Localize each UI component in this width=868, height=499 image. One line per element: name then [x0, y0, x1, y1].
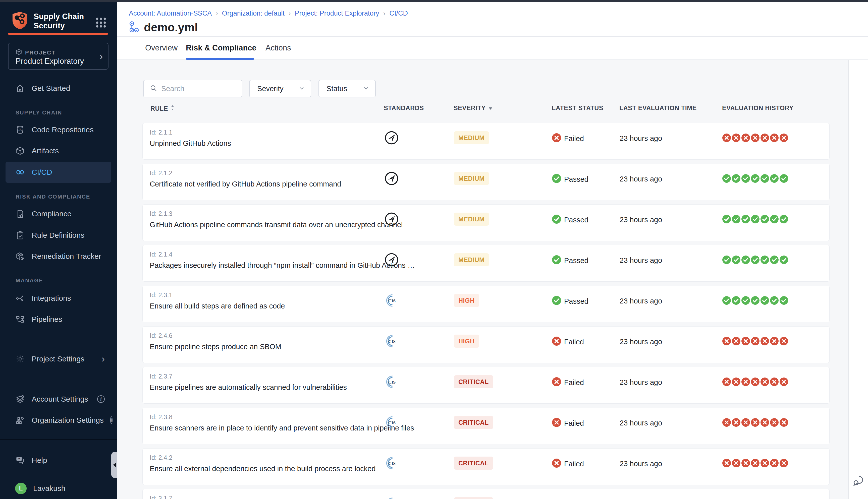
project-name: Product Exploratory: [15, 57, 84, 66]
sort-desc-icon: [488, 105, 493, 112]
history-fail-icon: [732, 378, 740, 387]
sidebar-item-code-repositories[interactable]: </> Code Repositories: [5, 119, 111, 140]
chat-bubbles-icon[interactable]: [852, 474, 865, 487]
table-row[interactable]: Id: 2.4.6 Ensure pipeline steps produce …: [142, 326, 830, 363]
org-hierarchy-gear-icon: [15, 415, 25, 425]
collapse-arrow-icon: [113, 463, 116, 467]
latest-status: Passed: [552, 255, 589, 266]
column-header-severity[interactable]: SEVERITY: [454, 105, 493, 112]
tab-risk-and-compliance[interactable]: Risk & Compliance: [186, 37, 256, 59]
history-pass-icon: [742, 215, 750, 224]
status-icon: [552, 215, 561, 226]
evaluation-history: [722, 418, 788, 428]
sidebar: Supply Chain Security PROJECT Product Ex…: [0, 2, 117, 499]
svg-text:CIS: CIS: [388, 298, 396, 303]
table-row[interactable]: Id: 2.3.1 Ensure all build steps are def…: [142, 285, 830, 322]
history-fail-icon: [780, 134, 788, 143]
evaluation-history: [722, 215, 788, 224]
sidebar-item-get-started[interactable]: Get Started: [5, 78, 111, 99]
sidebar-bottom-dock: ? Help L Lavakush: [0, 439, 117, 499]
sidebar-item-label: Code Repositories: [32, 125, 94, 134]
history-fail-icon: [760, 418, 769, 428]
severity-badge: CRITICAL: [454, 457, 493, 470]
status-icon: [552, 296, 561, 307]
rule-id: Id: 2.3.7: [150, 373, 172, 380]
sidebar-item-organization-settings[interactable]: Organization Settings i: [5, 410, 111, 431]
right-rail: [848, 60, 868, 499]
tab-overview[interactable]: Overview: [145, 37, 178, 59]
history-fail-icon: [780, 459, 788, 468]
history-fail-icon: [770, 459, 779, 468]
table-row[interactable]: Id: 3.1.7 CIS CRITICAL Failed 23 hours a…: [142, 489, 830, 499]
latest-status: Failed: [552, 337, 584, 348]
tab-actions[interactable]: Actions: [265, 37, 291, 59]
rule-id: Id: 2.4.2: [150, 454, 172, 461]
owasp-standard-icon: [385, 212, 399, 226]
sidebar-item-remediation-tracker[interactable]: Remediation Tracker: [5, 246, 111, 267]
latest-status: Passed: [552, 296, 589, 307]
evaluation-history: [722, 256, 788, 265]
info-icon[interactable]: i: [97, 395, 105, 403]
module-grid-icon[interactable]: [94, 16, 108, 30]
cis-standard-icon: CIS: [385, 334, 399, 348]
rule-name: Ensure all external dependencies used in…: [150, 465, 376, 473]
table-row[interactable]: Id: 2.1.1 Unpinned GitHub Actions MEDIUM…: [142, 123, 830, 160]
project-selector[interactable]: PROJECT Product Exploratory ›: [8, 43, 108, 70]
rule-id: Id: 2.1.3: [150, 210, 172, 217]
sidebar-item-compliance[interactable]: Compliance: [5, 203, 111, 224]
column-header-latest-status: LATEST STATUS: [552, 105, 603, 112]
table-row[interactable]: Id: 2.1.3 GitHub Actions pipeline comman…: [142, 204, 830, 241]
pipeline-icon: [128, 20, 141, 35]
shield-logo-icon: [11, 11, 29, 31]
rule-name: GitHub Actions pipeline commands transmi…: [150, 221, 376, 229]
breadcrumb-account[interactable]: Account: Automation-SSCA: [129, 10, 212, 17]
breadcrumb-project[interactable]: Project: Product Exploratory: [295, 10, 379, 17]
table-row[interactable]: Id: 2.3.8 Ensure scanners are in place t…: [142, 407, 830, 444]
sidebar-item-cicd[interactable]: CI/CD: [5, 162, 111, 183]
history-fail-icon: [760, 134, 769, 143]
search-icon: [150, 84, 157, 93]
search-input[interactable]: [161, 85, 231, 93]
home-icon: [15, 83, 25, 93]
severity-filter[interactable]: Severity: [249, 80, 311, 97]
sidebar-item-rule-definitions[interactable]: Rule Definitions: [5, 224, 111, 246]
status-filter-label: Status: [326, 85, 347, 93]
history-pass-icon: [780, 215, 788, 224]
history-pass-icon: [742, 256, 750, 265]
sidebar-item-help[interactable]: ? Help: [5, 450, 111, 471]
last-evaluation-time: 23 hours ago: [619, 216, 662, 224]
history-pass-icon: [760, 215, 769, 224]
rule-id: Id: 3.1.7: [150, 495, 172, 499]
chevron-down-icon: [299, 85, 305, 92]
history-fail-icon: [732, 418, 740, 428]
history-pass-icon: [732, 215, 740, 224]
history-fail-icon: [780, 337, 788, 346]
table-row[interactable]: Id: 2.4.2 Ensure all external dependenci…: [142, 448, 830, 485]
breadcrumb-organization[interactable]: Organization: default: [222, 10, 285, 17]
sidebar-item-project-settings[interactable]: Project Settings ›: [5, 349, 111, 369]
history-pass-icon: [742, 174, 750, 184]
user-name: Lavakush: [33, 484, 65, 493]
breadcrumb-cicd[interactable]: CI/CD: [389, 10, 408, 17]
info-icon[interactable]: i: [110, 416, 112, 424]
svg-text:CIS: CIS: [388, 461, 396, 466]
column-header-rule[interactable]: RULE: [150, 105, 174, 112]
history-pass-icon: [751, 215, 760, 224]
rule-name: Ensure scanners are in place to identify…: [150, 424, 376, 432]
table-row[interactable]: Id: 2.3.7 Ensure pipelines are automatic…: [142, 367, 830, 404]
sidebar-item-account-settings[interactable]: Account Settings i: [5, 389, 111, 410]
severity-badge: CRITICAL: [454, 416, 493, 429]
rule-id: Id: 2.1.2: [150, 169, 172, 177]
integrations-icon: [15, 293, 25, 303]
rule-name: Ensure all build steps are defined as co…: [150, 302, 285, 310]
history-pass-icon: [780, 296, 788, 306]
table-row[interactable]: Id: 2.1.4 Packages insecurely installed …: [142, 245, 830, 282]
sidebar-item-pipelines[interactable]: Pipelines: [5, 309, 111, 330]
user-menu[interactable]: L Lavakush: [5, 478, 111, 499]
table-row[interactable]: Id: 2.1.2 Certificate not verified by Gi…: [142, 164, 830, 200]
layers-gear-icon: [15, 394, 25, 404]
sidebar-item-integrations[interactable]: Integrations: [5, 288, 111, 309]
sidebar-item-label: Help: [32, 456, 47, 465]
status-filter[interactable]: Status: [318, 80, 376, 97]
sidebar-item-artifacts[interactable]: Artifacts: [5, 140, 111, 161]
